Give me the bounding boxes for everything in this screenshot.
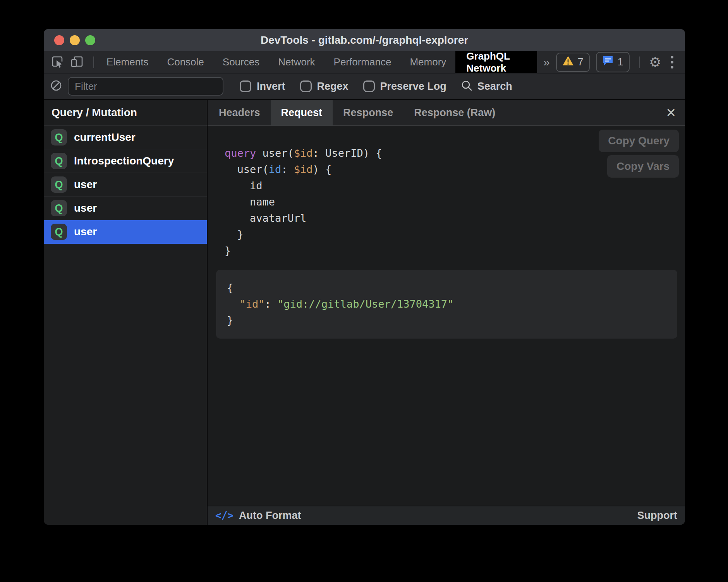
preserve-log-checkbox-group[interactable]: Preserve Log xyxy=(363,80,446,92)
query-badge: Q xyxy=(51,153,67,169)
list-item-user-1[interactable]: Q user xyxy=(44,173,207,197)
devtools-window: DevTools - gitlab.com/-/graphql-explorer… xyxy=(44,29,685,525)
tab-graphql-network[interactable]: GraphQL Network xyxy=(455,51,537,73)
list-item-introspectionquery[interactable]: Q IntrospectionQuery xyxy=(44,149,207,173)
close-window-button[interactable] xyxy=(54,35,64,45)
toolbar-separator xyxy=(93,56,94,68)
detail-panel: Headers Request Response Response (Raw) … xyxy=(208,100,685,525)
tab-console[interactable]: Console xyxy=(158,51,213,73)
window-title: DevTools - gitlab.com/-/graphql-explorer xyxy=(261,34,468,46)
settings-gear-icon[interactable]: ⚙ xyxy=(649,55,661,69)
traffic-lights xyxy=(54,29,95,51)
search-control[interactable]: Search xyxy=(460,79,512,93)
regex-checkbox-group[interactable]: Regex xyxy=(300,80,349,92)
issues-count: 1 xyxy=(618,56,623,68)
minimize-window-button[interactable] xyxy=(70,35,80,45)
support-link[interactable]: Support xyxy=(637,510,677,522)
invert-checkbox[interactable] xyxy=(240,80,251,92)
list-item-user-3-selected[interactable]: Q user xyxy=(44,220,207,244)
query-badge: Q xyxy=(51,129,67,146)
detail-tabs: Headers Request Response Response (Raw) … xyxy=(208,100,685,126)
auto-format-button[interactable]: Auto Format xyxy=(239,510,301,522)
tab-response-raw[interactable]: Response (Raw) xyxy=(403,100,506,125)
close-detail-icon[interactable]: × xyxy=(657,100,685,125)
main-area: Query / Mutation Q currentUser Q Introsp… xyxy=(44,100,685,525)
query-badge: Q xyxy=(51,224,67,240)
filter-toolbar: Invert Regex Preserve Log Search xyxy=(44,74,685,100)
search-label: Search xyxy=(477,80,512,92)
code-brackets-icon: </> xyxy=(215,510,234,521)
tab-network[interactable]: Network xyxy=(269,51,324,73)
list-item-currentuser[interactable]: Q currentUser xyxy=(44,126,207,149)
tab-elements[interactable]: Elements xyxy=(97,51,158,73)
inspect-element-icon[interactable] xyxy=(51,55,64,70)
tab-headers[interactable]: Headers xyxy=(208,100,271,125)
regex-label: Regex xyxy=(317,80,349,92)
tab-memory[interactable]: Memory xyxy=(400,51,455,73)
badges-separator xyxy=(639,56,640,68)
titlebar: DevTools - gitlab.com/-/graphql-explorer xyxy=(44,29,685,51)
query-badge: Q xyxy=(51,200,67,216)
search-icon xyxy=(460,79,473,93)
issues-badge[interactable]: 1 xyxy=(596,52,630,72)
query-list-panel: Query / Mutation Q currentUser Q Introsp… xyxy=(44,100,208,525)
list-item-user-2[interactable]: Q user xyxy=(44,197,207,220)
device-toolbar-icon[interactable] xyxy=(70,55,84,70)
warnings-badge[interactable]: 7 xyxy=(556,53,590,72)
message-icon xyxy=(602,55,614,69)
request-content: query user($id: UserID) { user(id: $id) … xyxy=(208,126,685,506)
query-list-header: Query / Mutation xyxy=(44,100,207,126)
tab-sources[interactable]: Sources xyxy=(213,51,269,73)
warning-count: 7 xyxy=(578,56,584,68)
tab-performance[interactable]: Performance xyxy=(325,51,401,73)
preserve-log-checkbox[interactable] xyxy=(363,80,375,92)
variables-box: { "id": "gid://gitlab/User/13704317"} xyxy=(216,270,677,339)
copy-query-button[interactable]: Copy Query xyxy=(599,130,679,152)
more-tabs-chevron[interactable]: » xyxy=(537,51,556,73)
regex-checkbox[interactable] xyxy=(300,80,312,92)
kebab-menu-icon[interactable] xyxy=(668,54,676,70)
block-icon[interactable] xyxy=(50,79,62,93)
invert-label: Invert xyxy=(257,80,285,92)
tab-request[interactable]: Request xyxy=(271,100,333,125)
detail-footer: </> Auto Format Support xyxy=(208,506,685,525)
invert-checkbox-group[interactable]: Invert xyxy=(240,80,285,92)
query-badge: Q xyxy=(51,176,67,193)
preserve-log-label: Preserve Log xyxy=(380,80,446,92)
devtools-tabbar: Elements Console Sources Network Perform… xyxy=(44,51,685,74)
zoom-window-button[interactable] xyxy=(85,35,95,45)
warning-icon xyxy=(562,56,574,69)
copy-vars-button[interactable]: Copy Vars xyxy=(607,155,679,178)
tab-response[interactable]: Response xyxy=(333,100,403,125)
filter-input[interactable] xyxy=(68,77,223,96)
